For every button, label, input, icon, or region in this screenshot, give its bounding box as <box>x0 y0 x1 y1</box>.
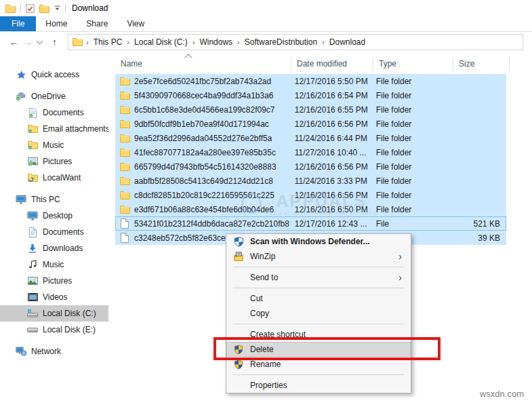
column-header-size[interactable]: Size <box>453 57 510 72</box>
folder-icon <box>119 176 130 187</box>
menu-item-create-shortcut[interactable]: Create shortcut <box>226 327 411 342</box>
tab-view[interactable]: View <box>117 16 154 31</box>
file-name: 2e5e7fce6d50241fbc75bf2ab743a2ad <box>134 77 271 86</box>
sidebar-item-documents[interactable]: Documents <box>0 224 108 240</box>
file-date-modified: 12/16/2016 6:54 PM <box>289 91 371 100</box>
menu-item-copy[interactable]: Copy <box>226 306 411 321</box>
file-row[interactable]: 9ea52f36d2996ada04552d276e2bff5a11/24/20… <box>115 131 506 145</box>
title-bar: Download <box>0 0 532 16</box>
menu-item-label: Create shortcut <box>250 330 411 339</box>
breadcrumb-item-softwaredistribution[interactable]: SoftwareDistribution <box>241 37 321 47</box>
sidebar-item-label: Local Disk (C:) <box>43 309 96 318</box>
back-button[interactable]: ← <box>7 37 21 47</box>
menu-item-delete[interactable]: Delete <box>226 342 411 357</box>
file-name: 5f43090970668cec4ba99ddf34a1b3a6 <box>134 91 274 100</box>
breadcrumb-separator-icon: › <box>236 38 241 46</box>
file-row[interactable]: 6c5bb1c68e3de0d4566ea199c82f09c712/16/20… <box>115 102 506 117</box>
file-row[interactable]: 53421f01b2312f4ddb6daca827e2cb210fb8...1… <box>115 216 506 231</box>
file-name: 665799d4d7943bfb54c51614320e8883 <box>134 162 277 172</box>
sidebar-item-label: This PC <box>31 195 60 204</box>
menu-item-cut[interactable]: Cut <box>226 291 411 306</box>
doc-icon <box>27 227 38 237</box>
menu-item-scan-with-windows-defender[interactable]: Scan with Windows Defender... <box>226 234 411 249</box>
blank-icon-space <box>233 380 244 391</box>
file-row[interactable]: 9dbf50fcdf9b1eb70ea9f40d171994ac12/16/20… <box>115 117 506 131</box>
sidebar-item-label: Desktop <box>43 211 73 220</box>
menu-item-label: WinZip <box>250 252 398 261</box>
menu-item-label: Properties <box>250 381 411 390</box>
sidebar-item-label: Local Disk (E:) <box>43 325 96 334</box>
file-row[interactable]: 2e5e7fce6d50241fbc75bf2ab743a2ad12/17/20… <box>115 74 506 88</box>
file-row[interactable]: aabfb5f28508c5413c649d2124dd21c811/24/20… <box>115 174 506 188</box>
sidebar-item-email-attachments[interactable]: Email attachments <box>0 121 108 137</box>
menu-item-properties[interactable]: Properties <box>226 378 411 393</box>
column-header-type[interactable]: Type <box>373 57 453 72</box>
file-row[interactable]: c8dcf82851b20c819c2216595561c22512/16/20… <box>115 188 506 202</box>
tab-home[interactable]: Home <box>36 16 77 31</box>
sidebar-item-pictures[interactable]: Pictures <box>0 153 108 170</box>
file-name: e3df671b06a88c63e454bfe6d0b04de6 <box>134 205 274 214</box>
sidebar-item-pictures[interactable]: Pictures <box>0 273 108 289</box>
uac-icon <box>233 344 244 355</box>
file-name: 6c5bb1c68e3de0d4566ea199c82f09c7 <box>134 105 275 115</box>
menu-separator <box>233 288 404 288</box>
sidebar-item-documents[interactable]: Documents <box>0 104 108 121</box>
context-menu: Scan with Windows Defender...WinZip›Send… <box>226 233 411 393</box>
file-name: c8dcf82851b20c819c2216595561c225 <box>134 191 274 200</box>
sidebar-item-network[interactable]: Network <box>0 343 108 360</box>
sidebar-item-label: Email attachments <box>43 124 108 134</box>
menu-separator <box>233 324 404 324</box>
sidebar-item-local-disk-c[interactable]: Local Disk (C:) <box>0 305 108 322</box>
sidebar-item-videos[interactable]: Videos <box>0 289 108 305</box>
file-type: File folder <box>371 191 450 200</box>
sidebar-item-downloads[interactable]: Downloads <box>0 240 108 256</box>
folder-icon <box>119 76 130 87</box>
sidebar-item-music[interactable]: Music <box>0 137 108 153</box>
file-date-modified: 12/16/2016 6:56 PM <box>289 191 371 200</box>
breadcrumb-item-this-pc[interactable]: This PC <box>90 37 126 47</box>
file-row[interactable]: 665799d4d7943bfb54c51614320e888312/16/20… <box>115 159 506 174</box>
breadcrumb-item-windows[interactable]: Windows <box>196 37 236 47</box>
file-size: 521 KB <box>450 219 506 229</box>
file-row[interactable]: 41fec887077182a4a280ee397e85b35c11/27/20… <box>115 145 506 159</box>
up-button[interactable]: ↑ <box>47 37 62 47</box>
qat-customize-dropdown-icon[interactable] <box>54 5 60 11</box>
address-bar[interactable]: ›This PC›Local Disk (C:)›Windows›Softwar… <box>68 34 523 50</box>
sidebar-item-label: Documents <box>43 227 84 237</box>
recent-locations-dropdown-icon[interactable] <box>37 37 43 44</box>
file-type: File folder <box>371 77 450 86</box>
sidebar-item-music[interactable]: Music <box>0 256 108 273</box>
qat-properties-icon[interactable] <box>26 4 35 13</box>
file-date-modified: 12/16/2016 6:56 PM <box>289 162 371 172</box>
breadcrumb-item-download[interactable]: Download <box>326 37 369 47</box>
sidebar-item-localwant[interactable]: LocalWant <box>0 170 108 186</box>
file-icon <box>119 233 130 244</box>
file-row[interactable]: 5f43090970668cec4ba99ddf34a1b3a612/16/20… <box>115 88 506 102</box>
forward-button[interactable]: → <box>21 37 35 47</box>
sidebar-item-this-pc[interactable]: This PC <box>0 191 108 208</box>
file-name: c3248eb572cb5f82e63ce9 <box>134 233 230 243</box>
submenu-arrow-icon: › <box>398 273 402 282</box>
column-header-name[interactable]: Name <box>115 57 291 72</box>
sidebar-item-onedrive[interactable]: OneDrive <box>0 88 108 104</box>
music-icon <box>27 259 38 270</box>
sidebar-item-quick-access[interactable]: Quick access <box>0 66 108 83</box>
breadcrumb-item-local-disk-c[interactable]: Local Disk (C:) <box>131 37 191 47</box>
menu-item-send-to[interactable]: Send to› <box>226 270 411 285</box>
file-name: 9ea52f36d2996ada04552d276e2bff5a <box>134 134 272 143</box>
window-title: Download <box>72 3 108 13</box>
tab-file[interactable]: File <box>0 16 36 31</box>
file-type: File <box>371 219 450 229</box>
file-rows: 2e5e7fce6d50241fbc75bf2ab743a2ad12/17/20… <box>115 74 506 245</box>
file-row[interactable]: e3df671b06a88c63e454bfe6d0b04de612/16/20… <box>115 202 506 216</box>
tab-share[interactable]: Share <box>77 16 117 31</box>
menu-item-rename[interactable]: Rename <box>226 357 411 372</box>
sidebar-item-local-disk-e[interactable]: Local Disk (E:) <box>0 322 108 338</box>
menu-item-winzip[interactable]: WinZip› <box>226 249 411 264</box>
sidebar-item-label: Videos <box>43 292 67 302</box>
sidebar-item-desktop[interactable]: Desktop <box>0 208 108 224</box>
file-date-modified: 12/17/2016 12:43 ... <box>289 219 371 229</box>
qat-new-folder-icon[interactable] <box>39 4 49 13</box>
column-header-date-modified[interactable]: Date modified <box>291 57 373 72</box>
file-date-modified: 11/24/2016 6:44 PM <box>289 134 371 143</box>
